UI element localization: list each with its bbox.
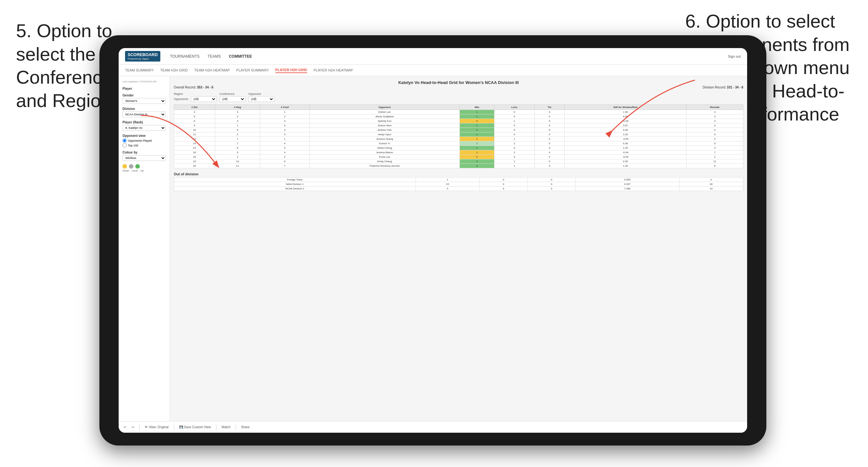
- table-row: 16: [174, 150, 215, 155]
- table-row: -0.94: [564, 150, 686, 155]
- toolbar-undo[interactable]: ↩: [124, 425, 126, 429]
- toolbar-divider-2: [174, 424, 174, 430]
- tab-player-h2h-grid[interactable]: PLAYER H2H GRID: [275, 67, 307, 73]
- table-row: 2: [215, 155, 260, 159]
- table-row: -3.00: [564, 137, 686, 142]
- filter-row: Region Opponents: (All) Conference (All): [174, 92, 743, 102]
- table-row: 2: [460, 128, 494, 132]
- opponents-select[interactable]: (All): [191, 96, 216, 102]
- table-row: 4: [686, 128, 743, 132]
- th-div: # Div: [174, 105, 215, 110]
- division-label: Division: [123, 107, 166, 111]
- table-row: 0.30: [564, 159, 686, 164]
- list-item: 0: [527, 178, 576, 182]
- tab-team-h2h-heatmap[interactable]: TEAM H2H HEATMAP: [194, 68, 230, 73]
- table-row: 1: [460, 110, 494, 115]
- nav-committee[interactable]: COMMITTEE: [229, 53, 252, 60]
- nav-tournaments[interactable]: TOURNAMENTS: [170, 53, 199, 60]
- toolbar-view-original[interactable]: 👁 View: Original: [145, 425, 169, 429]
- table-row: 3: [686, 115, 743, 119]
- label-down: Down: [123, 169, 129, 172]
- list-item: 0: [479, 182, 527, 187]
- opponent-select[interactable]: (All): [248, 96, 274, 102]
- table-row: -1.00: [564, 119, 686, 123]
- gender-select[interactable]: Women's: [123, 98, 166, 104]
- table-row: 0: [534, 164, 564, 168]
- table-row: 2: [215, 115, 260, 119]
- table-row: 3: [215, 119, 260, 123]
- table-row: 5: [174, 115, 215, 119]
- table-row: 1: [460, 115, 494, 119]
- tab-player-h2h-heatmap[interactable]: PLAYER H2H HEATMAP: [314, 68, 353, 73]
- table-row: 0.38: [564, 142, 686, 146]
- division-record-value: 331 - 34 - 6: [727, 86, 743, 89]
- list-item: 2: [679, 178, 743, 182]
- overall-record: Overall Record: 353 - 34 - 6: [174, 86, 213, 89]
- radio-top100: Top 100: [123, 143, 166, 148]
- table-row: 2: [215, 132, 260, 137]
- tab-team-summary[interactable]: TEAM SUMMARY: [125, 68, 154, 73]
- radio-input-opponents[interactable]: [123, 138, 127, 143]
- opponent-view-label: Opponent view: [123, 134, 166, 137]
- nav-sign-out[interactable]: Sign out: [728, 55, 741, 58]
- table-row: 4.00: [564, 128, 686, 132]
- player-section: Player: [123, 87, 166, 90]
- table-row: 0: [494, 123, 534, 128]
- table-row: 10: [174, 128, 215, 132]
- list-item: 15: [415, 182, 479, 187]
- table-row: Eunice Yi: [309, 142, 460, 146]
- table-row: 1.33: [564, 164, 686, 168]
- table-row: 0: [534, 115, 564, 119]
- table-row: 3: [215, 110, 260, 115]
- logo: SCOREBOARD Powered by clippd: [125, 51, 160, 62]
- table-row: 0: [534, 159, 564, 164]
- colour-by-select[interactable]: Win/loss: [123, 155, 166, 161]
- toolbar-watch[interactable]: Watch: [222, 425, 230, 429]
- radio-input-top100[interactable]: [123, 143, 127, 148]
- conference-select[interactable]: (All): [220, 96, 245, 102]
- list-item: NAIA Division 1: [174, 182, 416, 187]
- player-rank-select[interactable]: 8. Katelyn Vo: [123, 125, 166, 131]
- division-select[interactable]: NCAA Division III: [123, 112, 166, 117]
- toolbar-share[interactable]: Share: [241, 425, 250, 429]
- table-row: 0: [460, 155, 494, 159]
- table-row: 3: [215, 150, 260, 155]
- table-row: 13: [174, 137, 215, 142]
- opponent-view-section: Opponent view Opponents Played Top 100: [123, 134, 166, 148]
- records-row: Overall Record: 353 - 34 - 6 Division Re…: [174, 86, 743, 89]
- list-item: Foreign Team: [174, 178, 416, 182]
- overall-record-label: Overall Record:: [174, 86, 196, 89]
- list-item: 0: [479, 178, 527, 182]
- table-row: 3: [494, 155, 534, 159]
- table-row: 11: [686, 159, 743, 164]
- table-row: 0: [534, 146, 564, 150]
- table-row: 9: [174, 123, 215, 128]
- th-conf: # Conf: [260, 105, 309, 110]
- player-rank-label: Player (Rank): [123, 121, 166, 124]
- division-section: Division NCAA Division III: [123, 107, 166, 117]
- out-of-division-title: Out of division: [174, 172, 743, 176]
- table-row: 1.25: [564, 146, 686, 150]
- radio-opponents-played: Opponents Played: [123, 138, 166, 143]
- toolbar-save-custom[interactable]: 💾 Save Custom View: [179, 425, 211, 429]
- table-row: 0: [494, 146, 534, 150]
- opponents-label: Opponents:: [174, 97, 189, 101]
- table-row: 4: [686, 146, 743, 150]
- logo-subtitle: Powered by clippd: [128, 57, 158, 61]
- save-label: Save Custom View: [184, 425, 211, 429]
- table-row: 18: [174, 155, 215, 159]
- table-row: 3: [686, 132, 743, 137]
- content-area: Katelyn Vo Head-to-Head Grid for Women's…: [170, 76, 747, 421]
- table-row: 5: [260, 132, 309, 137]
- table-row: Esther Lee: [309, 110, 460, 115]
- overall-record-value: 353 - 34 - 6: [197, 86, 213, 89]
- nav-teams[interactable]: TEAMS: [208, 53, 221, 60]
- table-row: 1: [460, 123, 494, 128]
- circle-labels: Down Level Up: [123, 169, 166, 172]
- table-row: 8: [215, 146, 260, 150]
- colour-by-label: Colour by: [123, 151, 166, 154]
- tab-team-h2h-grid[interactable]: TEAM H2H GRID: [160, 68, 188, 73]
- view-icon: 👁: [145, 425, 148, 429]
- toolbar-redo[interactable]: ↪: [131, 425, 134, 429]
- tab-player-summary[interactable]: PLAYER SUMMARY: [236, 68, 269, 73]
